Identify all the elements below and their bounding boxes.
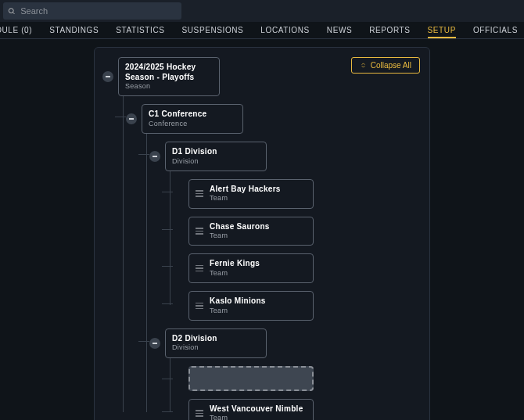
team-title: Chase Saurons	[210, 222, 270, 232]
season-toggle[interactable]	[102, 71, 113, 82]
nav-schedule[interactable]: SCHEDULE (0)	[0, 26, 32, 34]
nav-officials[interactable]: OFFICIALS	[473, 26, 518, 34]
division-card[interactable]: D1 Division Division	[165, 142, 267, 171]
team-title: Kaslo Minions	[210, 296, 266, 307]
division-toggle[interactable]	[149, 338, 160, 349]
drag-handle-icon[interactable]	[196, 265, 203, 272]
division-node: D1 Division Division	[149, 142, 422, 171]
svg-line-1	[13, 12, 14, 13]
team-type: Team	[210, 414, 303, 420]
team-card[interactable]: Fernie Kings Team	[188, 253, 314, 283]
team-card[interactable]: Chase Saurons Team	[188, 217, 314, 246]
team-title: Alert Bay Hackers	[210, 185, 281, 195]
nav-bar: SCHEDULE (0) STANDINGS STATISTICS SUSPEN…	[0, 22, 524, 39]
team-type: Team	[210, 194, 281, 203]
team-wrap: Alert Bay Hackers Team	[165, 179, 422, 209]
conference-wrap: C1 Conference Conference	[118, 104, 422, 420]
team-wrap: Fernie Kings Team	[165, 253, 422, 283]
search-input[interactable]	[20, 6, 177, 16]
division-title: D2 Division	[172, 334, 217, 344]
division-type: Division	[172, 343, 217, 352]
team-wrap: Kaslo Minions Team	[165, 291, 422, 321]
drag-handle-icon[interactable]	[196, 303, 203, 310]
division-wrap: D1 Division Division	[142, 142, 422, 321]
drag-handle-icon[interactable]	[196, 190, 203, 197]
team-title: West Vancouver Nimble	[210, 404, 303, 415]
nav-locations[interactable]: LOCATIONS	[260, 26, 309, 34]
division-card[interactable]: D2 Division Division	[165, 328, 267, 358]
nav-setup[interactable]: SETUP	[428, 26, 456, 34]
conference-title: C1 Conference	[149, 109, 206, 120]
season-tree: 2024/2025 Hockey Season - Playoffs Seaso…	[102, 57, 422, 420]
nav-statistics[interactable]: STATISTICS	[116, 26, 164, 34]
season-card[interactable]: 2024/2025 Hockey Season - Playoffs Seaso…	[118, 57, 220, 96]
division-title: D1 Division	[172, 147, 217, 157]
drag-handle-icon[interactable]	[196, 410, 203, 417]
conference-children: D1 Division Division	[142, 134, 422, 420]
season-children: C1 Conference Conference	[118, 96, 422, 420]
division-wrap: D2 Division Division	[142, 328, 422, 420]
division-children: Alert Bay Hackers Team	[165, 171, 422, 321]
team-wrap: West Vancouver Nimble Team	[165, 399, 422, 421]
search-icon	[8, 7, 16, 16]
nav-reports[interactable]: REPORTS	[369, 26, 410, 34]
division-toggle[interactable]	[149, 151, 160, 162]
team-title: Fernie Kings	[210, 259, 260, 269]
drag-handle-icon[interactable]	[196, 228, 203, 235]
dropzone-wrap	[165, 366, 422, 391]
content-area: Collapse All 2024/2025 Hockey Season - P…	[0, 39, 524, 420]
season-title: 2024/2025 Hockey Season - Playoffs	[125, 63, 213, 82]
season-node: 2024/2025 Hockey Season - Playoffs Seaso…	[102, 57, 422, 96]
team-card[interactable]: Kaslo Minions Team	[188, 291, 314, 321]
conference-toggle[interactable]	[126, 113, 137, 124]
top-bar	[0, 0, 524, 22]
conference-node: C1 Conference Conference	[126, 104, 422, 134]
svg-point-0	[9, 8, 13, 13]
conference-card[interactable]: C1 Conference Conference	[142, 104, 243, 134]
conference-type: Conference	[149, 120, 206, 128]
nav-standings[interactable]: STANDINGS	[49, 26, 99, 34]
search-box[interactable]	[3, 2, 181, 20]
nav-suspensions[interactable]: SUSPENSIONS	[182, 26, 244, 34]
tree-panel: Collapse All 2024/2025 Hockey Season - P…	[94, 47, 430, 420]
team-type: Team	[210, 232, 270, 240]
division-children: West Vancouver Nimble Team	[165, 358, 422, 421]
team-type: Team	[210, 307, 266, 315]
season-type: Season	[125, 82, 213, 91]
division-node: D2 Division Division	[149, 328, 422, 358]
team-card[interactable]: Alert Bay Hackers Team	[188, 179, 314, 209]
team-card[interactable]: West Vancouver Nimble Team	[188, 399, 314, 421]
team-drop-zone[interactable]	[188, 366, 314, 391]
team-wrap: Chase Saurons Team	[165, 217, 422, 246]
nav-news[interactable]: NEWS	[327, 26, 352, 34]
team-type: Team	[210, 269, 260, 278]
division-type: Division	[172, 157, 217, 166]
